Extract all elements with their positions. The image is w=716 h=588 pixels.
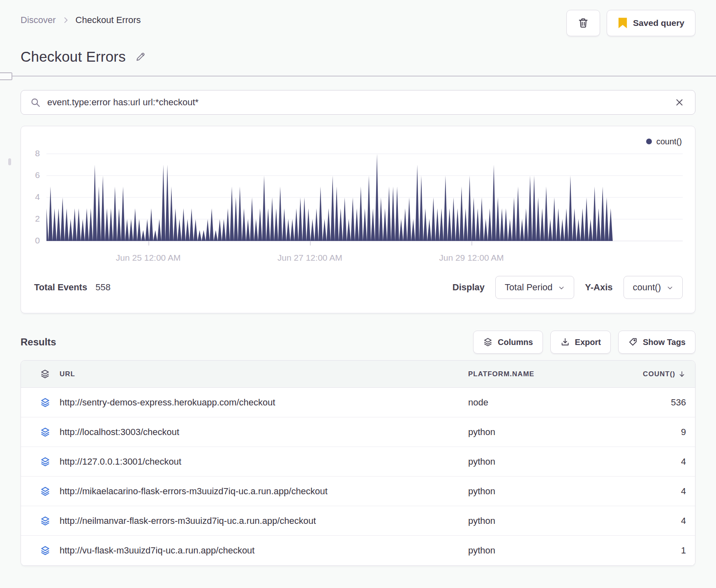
legend-dot — [646, 139, 652, 144]
export-button[interactable]: Export — [550, 331, 611, 354]
count-cell: 4 — [681, 516, 686, 526]
column-header-count[interactable]: COUNT() — [643, 370, 686, 378]
show-tags-button-label: Show Tags — [643, 338, 686, 347]
platform-cell: python — [468, 427, 612, 438]
count-cell: 536 — [671, 397, 686, 408]
table-row[interactable]: http://neilmanvar-flask-errors-m3uuizd7i… — [21, 506, 695, 536]
count-header-label: COUNT() — [643, 370, 675, 378]
title-row: Checkout Errors — [21, 49, 695, 65]
url-cell: http://localhost:3003/checkout — [60, 427, 468, 438]
events-chart-card: count() 02468 Jun 25 12:00 AMJun 27 12:0… — [21, 126, 695, 313]
table-row[interactable]: http://vu-flask-m3uuizd7iq-uc.a.run.app/… — [21, 536, 695, 565]
show-tags-button[interactable]: Show Tags — [618, 331, 695, 354]
layers-icon[interactable] — [40, 427, 51, 438]
layers-icon[interactable] — [40, 545, 51, 556]
count-cell: 1 — [681, 545, 686, 556]
table-body: http://sentry-demos-express.herokuapp.co… — [21, 388, 695, 565]
results-header: Results Columns Export — [21, 331, 695, 354]
x-axis-tick-label: Jun 27 12:00 AM — [277, 253, 342, 263]
search-input[interactable] — [47, 97, 666, 108]
sort-desc-icon — [678, 370, 686, 378]
scroll-indicator — [8, 158, 11, 165]
chart-x-axis: Jun 25 12:00 AMJun 27 12:00 AMJun 29 12:… — [46, 241, 683, 276]
search-bar — [21, 90, 695, 115]
x-axis-tick — [148, 241, 149, 245]
display-dropdown-value: Total Period — [505, 282, 552, 293]
chart-footer: Total Events 558 Display Total Period Y-… — [21, 276, 695, 313]
count-cell: 4 — [681, 486, 686, 497]
x-axis-tick-label: Jun 29 12:00 AM — [439, 253, 504, 263]
total-events-value: 558 — [95, 282, 111, 293]
breadcrumb-current: Checkout Errors — [76, 15, 141, 25]
columns-button-label: Columns — [498, 338, 533, 347]
url-cell: http://sentry-demos-express.herokuapp.co… — [60, 397, 468, 408]
sidebar-collapse-handle[interactable] — [0, 72, 12, 80]
layers-icon[interactable] — [40, 397, 51, 408]
delete-query-button[interactable] — [566, 10, 600, 36]
yaxis-label: Y-Axis — [585, 282, 612, 293]
download-icon — [560, 337, 570, 347]
columns-button[interactable]: Columns — [473, 331, 543, 354]
layers-icon[interactable] — [40, 456, 51, 467]
total-events: Total Events 558 — [34, 282, 111, 293]
platform-cell: python — [468, 516, 612, 526]
page-title: Checkout Errors — [21, 49, 126, 65]
layers-icon — [40, 369, 50, 379]
saved-query-button[interactable]: Saved query — [607, 10, 695, 36]
chevron-right-icon — [62, 16, 70, 24]
trash-icon — [577, 17, 589, 29]
bookmark-icon — [618, 17, 628, 29]
platform-cell: python — [468, 545, 612, 556]
edit-title-button[interactable] — [133, 49, 148, 64]
breadcrumb-discover-link[interactable]: Discover — [21, 15, 56, 25]
url-cell: http://mikaelacarino-flask-errors-m3uuiz… — [60, 486, 468, 497]
table-row[interactable]: http://sentry-demos-express.herokuapp.co… — [21, 388, 695, 417]
url-cell: http://127.0.0.1:3001/checkout — [60, 456, 468, 467]
pencil-icon — [135, 51, 146, 63]
layers-icon[interactable] — [40, 516, 51, 526]
platform-cell: python — [468, 486, 612, 497]
column-header-url[interactable]: URL — [60, 370, 468, 378]
y-axis-tick-label: 4 — [35, 192, 40, 202]
yaxis-dropdown[interactable]: count() — [624, 276, 683, 299]
section-divider — [0, 76, 716, 76]
layers-icon[interactable] — [40, 486, 51, 497]
export-button-label: Export — [575, 338, 601, 347]
table-header-row: URL PLATFORM.NAME COUNT() — [21, 361, 695, 388]
url-cell: http://neilmanvar-flask-errors-m3uuizd7i… — [60, 516, 468, 526]
display-label: Display — [453, 282, 485, 293]
table-row[interactable]: http://127.0.0.1:3001/checkout python 4 — [21, 447, 695, 477]
y-axis-tick-label: 8 — [35, 148, 40, 158]
url-cell: http://vu-flask-m3uuizd7iq-uc.a.run.app/… — [60, 545, 468, 556]
chart-plot — [46, 148, 683, 241]
total-events-label: Total Events — [34, 282, 87, 293]
x-axis-tick — [310, 241, 311, 245]
platform-cell: node — [468, 397, 612, 408]
y-axis-tick-label: 6 — [35, 170, 40, 180]
results-actions: Columns Export Show Tags — [473, 331, 695, 354]
legend-label: count() — [656, 137, 682, 146]
count-cell: 9 — [681, 427, 686, 438]
layers-icon — [483, 337, 493, 347]
chart-controls: Display Total Period Y-Axis count() — [453, 276, 683, 299]
column-header-platform[interactable]: PLATFORM.NAME — [468, 370, 612, 378]
x-axis-tick-label: Jun 25 12:00 AM — [116, 253, 181, 263]
breadcrumb: Discover Checkout Errors — [21, 10, 141, 25]
results-table: URL PLATFORM.NAME COUNT() http://sentry-… — [21, 360, 695, 566]
chart-legend[interactable]: count() — [21, 126, 695, 146]
count-cell: 4 — [681, 456, 686, 467]
y-axis-tick-label: 0 — [35, 236, 40, 245]
yaxis-dropdown-value: count() — [633, 282, 661, 293]
search-icon — [30, 97, 41, 108]
table-row[interactable]: http://localhost:3003/checkout python 9 — [21, 417, 695, 447]
events-area-chart[interactable]: 02468 — [46, 148, 683, 241]
discover-page: Discover Checkout Errors — [0, 0, 716, 576]
saved-query-label: Saved query — [633, 18, 684, 28]
chevron-down-icon — [558, 285, 565, 291]
results-heading: Results — [21, 336, 56, 348]
table-row[interactable]: http://mikaelacarino-flask-errors-m3uuiz… — [21, 477, 695, 506]
display-dropdown[interactable]: Total Period — [495, 276, 574, 299]
close-icon — [674, 97, 684, 107]
y-axis-tick-label: 2 — [35, 214, 40, 224]
clear-search-button[interactable] — [673, 96, 686, 109]
